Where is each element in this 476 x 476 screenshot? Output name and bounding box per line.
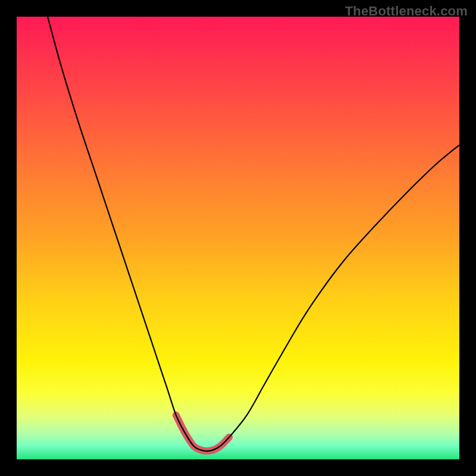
- bottleneck-curve: [48, 17, 459, 451]
- curve-layer: [17, 17, 459, 459]
- chart-frame: TheBottleneck.com: [0, 0, 476, 476]
- plot-area: [17, 17, 459, 459]
